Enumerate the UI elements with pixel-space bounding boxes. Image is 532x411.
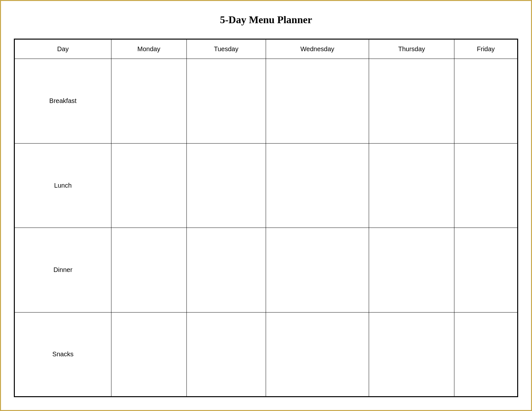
cell-dinner-wednesday[interactable] (266, 228, 369, 313)
page-title: 5-Day Menu Planner (220, 14, 312, 26)
row-breakfast: Breakfast (14, 59, 518, 144)
header-day: Day (14, 39, 111, 59)
header-tuesday: Tuesday (186, 39, 266, 59)
cell-lunch-wednesday[interactable] (266, 143, 369, 228)
header-row: Day Monday Tuesday Wednesday Thursday Fr… (14, 39, 518, 59)
label-lunch: Lunch (14, 143, 111, 228)
cell-lunch-friday[interactable] (454, 143, 518, 228)
label-breakfast: Breakfast (14, 59, 111, 144)
cell-snacks-tuesday[interactable] (186, 312, 266, 397)
cell-snacks-friday[interactable] (454, 312, 518, 397)
cell-breakfast-tuesday[interactable] (186, 59, 266, 144)
cell-lunch-monday[interactable] (111, 143, 186, 228)
cell-snacks-thursday[interactable] (369, 312, 454, 397)
label-snacks: Snacks (14, 312, 111, 397)
cell-dinner-monday[interactable] (111, 228, 186, 313)
planner-table: Day Monday Tuesday Wednesday Thursday Fr… (14, 39, 518, 397)
row-snacks: Snacks (14, 312, 518, 397)
header-monday: Monday (111, 39, 186, 59)
cell-dinner-friday[interactable] (454, 228, 518, 313)
row-dinner: Dinner (14, 228, 518, 313)
cell-snacks-wednesday[interactable] (266, 312, 369, 397)
label-dinner: Dinner (14, 228, 111, 313)
cell-lunch-thursday[interactable] (369, 143, 454, 228)
cell-dinner-thursday[interactable] (369, 228, 454, 313)
cell-breakfast-thursday[interactable] (369, 59, 454, 144)
cell-snacks-monday[interactable] (111, 312, 186, 397)
row-lunch: Lunch (14, 143, 518, 228)
header-friday: Friday (454, 39, 518, 59)
cell-breakfast-friday[interactable] (454, 59, 518, 144)
header-thursday: Thursday (369, 39, 454, 59)
cell-lunch-tuesday[interactable] (186, 143, 266, 228)
header-wednesday: Wednesday (266, 39, 369, 59)
cell-breakfast-wednesday[interactable] (266, 59, 369, 144)
cell-dinner-tuesday[interactable] (186, 228, 266, 313)
cell-breakfast-monday[interactable] (111, 59, 186, 144)
